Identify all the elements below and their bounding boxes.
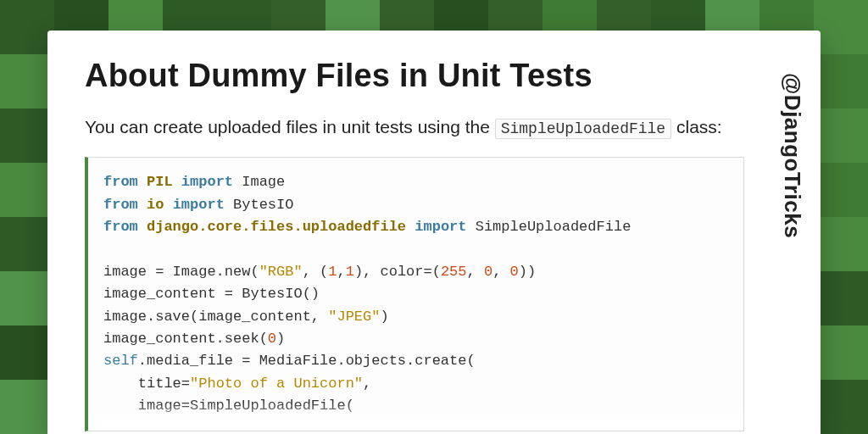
code-text: image_content.seek( [103,331,268,347]
str: "RGB" [259,264,303,280]
code-text: , [337,264,345,280]
code-text: , [492,264,509,280]
kw-from: from [103,219,138,235]
kw-self: self [103,353,138,369]
code-text: .media_file = MediaFile.objects.create( [138,353,476,369]
author-watermark: @DjangoTricks [779,73,805,238]
code-text: SimpleUploadedFile [467,219,632,235]
code-text: ) [276,331,285,347]
mod-pil: PIL [147,174,173,190]
intro-paragraph: You can create uploaded files in unit te… [85,114,744,140]
kw-import: import [415,219,466,235]
code-text: ) [380,309,388,325]
str: "Photo of a Unicorn" [190,376,363,392]
article-card: @DjangoTricks About Dummy Files in Unit … [47,31,821,434]
code-text: )) [519,264,536,280]
num: 1 [328,264,337,280]
num: 1 [346,264,354,280]
intro-text-pre: You can create uploaded files in unit te… [85,117,495,136]
num: 0 [268,331,276,347]
code-text: , ( [303,264,329,280]
code-text: image.save(image_content, [103,309,328,325]
code-text: , [363,376,371,392]
code-text: Image [233,174,285,190]
code-text: , [467,264,484,280]
code-text: image=SimpleUploadedFile( [103,398,354,414]
code-text: title= [103,376,190,392]
code-text: ), color=( [354,264,441,280]
kw-from: from [103,197,138,213]
mod-django: django.core.files.uploadedfile [147,219,406,235]
num: 255 [441,264,467,280]
kw-import: import [173,197,225,213]
intro-text-post: class: [671,117,722,136]
kw-from: from [103,174,138,190]
page-title: About Dummy Files in Unit Tests [85,58,744,94]
num: 0 [510,264,519,280]
mod-io: io [147,197,164,213]
kw-import: import [181,174,233,190]
article-content: About Dummy Files in Unit Tests You can … [85,58,744,434]
code-block: from PIL import Image from io import Byt… [85,157,744,431]
code-text: image = Image.new( [103,264,259,280]
inline-code-classname: SimpleUploadedFile [495,119,671,139]
num: 0 [484,264,492,280]
str: "JPEG" [328,309,380,325]
code-text: BytesIO [225,197,294,213]
code-text: image_content = BytesIO() [103,286,320,302]
